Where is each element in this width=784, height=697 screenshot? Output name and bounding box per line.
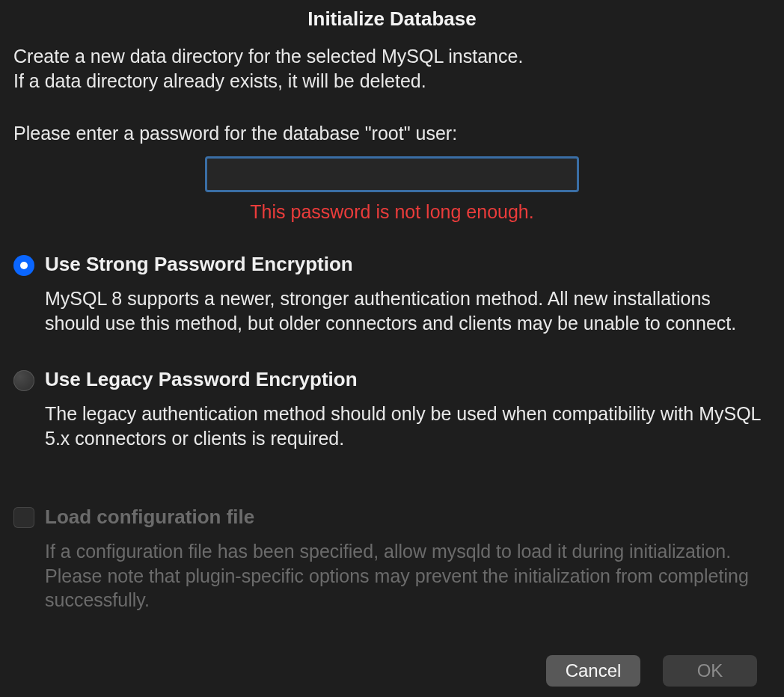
ok-button: OK bbox=[663, 655, 757, 687]
option-strong-encryption: Use Strong Password Encryption MySQL 8 s… bbox=[13, 253, 771, 359]
cancel-button[interactable]: Cancel bbox=[546, 655, 640, 687]
password-wrap: This password is not long enough. bbox=[13, 156, 771, 223]
initialize-database-dialog: Initialize Database Create a new data di… bbox=[0, 0, 784, 697]
password-prompt: Please enter a password for the database… bbox=[13, 123, 771, 144]
radio-legacy-encryption[interactable] bbox=[13, 370, 34, 391]
intro-line-2: If a data directory already exists, it w… bbox=[13, 70, 426, 91]
option-legacy-encryption: Use Legacy Password Encryption The legac… bbox=[13, 368, 771, 474]
option-legacy-desc: The legacy authentication method should … bbox=[45, 402, 771, 450]
option-load-config: Load configuration file If a configurati… bbox=[13, 506, 771, 636]
checkbox-load-config bbox=[13, 507, 34, 528]
intro-text: Create a new data directory for the sele… bbox=[13, 44, 771, 93]
intro-line-1: Create a new data directory for the sele… bbox=[13, 46, 523, 67]
option-loadconfig-label: Load configuration file bbox=[45, 506, 771, 529]
dialog-title: Initialize Database bbox=[13, 7, 771, 31]
option-strong-label: Use Strong Password Encryption bbox=[45, 253, 771, 276]
root-password-input[interactable] bbox=[205, 156, 579, 192]
option-legacy-content: Use Legacy Password Encryption The legac… bbox=[45, 368, 771, 474]
option-strong-desc: MySQL 8 supports a newer, stronger authe… bbox=[45, 286, 771, 335]
option-loadconfig-content: Load configuration file If a configurati… bbox=[45, 506, 771, 636]
dialog-footer: Cancel OK bbox=[13, 652, 771, 687]
option-legacy-label: Use Legacy Password Encryption bbox=[45, 368, 771, 391]
option-strong-content: Use Strong Password Encryption MySQL 8 s… bbox=[45, 253, 771, 359]
option-loadconfig-desc: If a configuration file has been specifi… bbox=[45, 539, 771, 612]
password-error: This password is not long enough. bbox=[250, 201, 533, 223]
radio-strong-encryption[interactable] bbox=[13, 255, 34, 276]
